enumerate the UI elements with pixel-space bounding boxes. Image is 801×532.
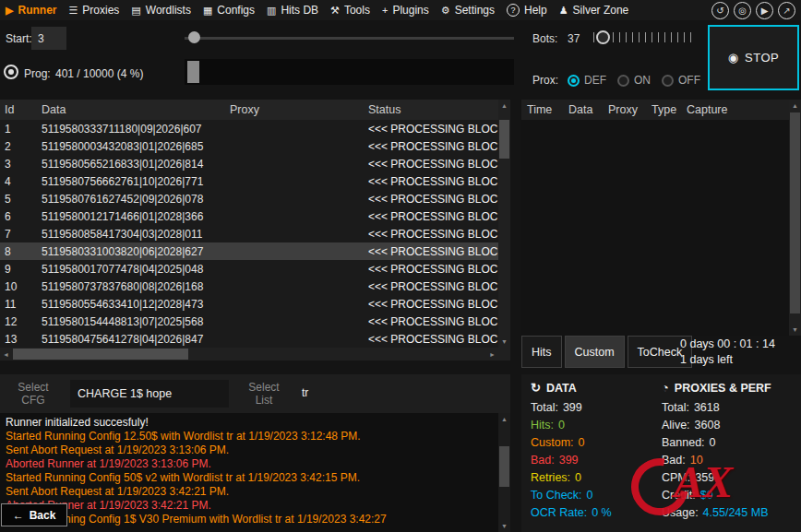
stat-label: Credit: (662, 487, 696, 504)
bots-slider[interactable] (593, 29, 693, 49)
stat-row: Total:399 (531, 399, 655, 417)
back-button[interactable]: ← Back (1, 503, 67, 526)
table-row[interactable]: 75119580858417304|03|2028|011<<< PROCESS… (0, 225, 498, 242)
slider-thumb[interactable] (188, 31, 200, 43)
log-area: Runner initialized succesfuly!Started Ru… (0, 413, 498, 532)
stat-value: 359 (695, 469, 714, 487)
table-row[interactable]: 105119580737837680|08|2026|168<<< PROCES… (0, 278, 498, 295)
proxies-stats-rows: Total:3618Alive:3608Banned:0Bad:10CPM:35… (662, 399, 800, 522)
stat-label: Bad: (531, 452, 555, 469)
hits-table: TimeDataProxyTypeCapture ▲ ▼ (521, 100, 801, 336)
scrollbar-thumb[interactable] (499, 446, 509, 487)
table-row[interactable]: 115119580554633410|12|2028|473<<< PROCES… (0, 295, 498, 313)
scrollbar-thumb[interactable] (13, 349, 188, 360)
wordlist-name: tr (302, 386, 308, 399)
slider-track (185, 37, 514, 40)
stat-value: $0 (700, 487, 713, 504)
proxies-stats-column: ◔ PROXIES & PERF Total:3618Alive:3608Ban… (662, 381, 800, 522)
scroll-down-arrow[interactable]: ▼ (789, 324, 801, 336)
log-line: Sent Abort Request at 1/19/2023 3:42:21 … (6, 485, 498, 499)
cell-data: 5119580858417304|03|2028|011 (42, 228, 230, 241)
table-row[interactable]: 35119580565216833|01|2026|814<<< PROCESS… (0, 155, 498, 172)
cell-id: 7 (5, 228, 42, 241)
radio-icon (662, 75, 674, 87)
config-name-input[interactable] (70, 380, 229, 408)
scroll-down-arrow[interactable]: ▼ (498, 520, 510, 532)
table-row[interactable]: 95119580017077478|04|2025|048<<< PROCESS… (0, 260, 498, 278)
log-line: Aborted Runner at 1/19/2023 3:42:21 PM. (6, 499, 498, 513)
scroll-right-arrow[interactable]: ► (486, 348, 498, 361)
menu-item-tools[interactable]: ⚒Tools (330, 4, 370, 17)
history-icon[interactable]: ↺ (711, 2, 729, 19)
cell-data: 5119580012171466|01|2028|366 (42, 210, 230, 223)
scrollbar-corner (498, 348, 510, 361)
cell-id: 4 (5, 175, 42, 188)
menu-item-hits-db[interactable]: ▥Hits DB (267, 4, 318, 17)
start-slider[interactable] (185, 30, 514, 45)
table-row[interactable]: 45119580756662761|10|2026|771<<< PROCESS… (0, 172, 498, 190)
hitsdb-icon: ▥ (267, 6, 276, 16)
menu-item-help[interactable]: ?Help (507, 4, 547, 17)
tab-custom[interactable]: Custom (565, 336, 625, 368)
stat-value: 4.55/245 MB (703, 504, 769, 522)
stat-row: Hits:0 (531, 417, 655, 434)
prox-option-off[interactable]: OFF (662, 74, 700, 87)
log-line: Started Running Config 12.50$ with Wordl… (6, 430, 498, 443)
start-input[interactable] (31, 27, 66, 50)
select-cfg-button[interactable]: Select CFG (0, 374, 66, 413)
tab-hits[interactable]: Hits (521, 336, 562, 368)
menubar: ▶Runner☰Proxies▤Wordlists▦Configs▥Hits D… (0, 0, 801, 20)
menu-item-settings[interactable]: ⚙Settings (441, 4, 495, 17)
runner-hscrollbar[interactable]: ◄ ► (0, 348, 498, 361)
cell-id: 6 (5, 210, 42, 223)
menu-item-plugins[interactable]: +Plugins (382, 4, 429, 17)
table-row[interactable]: 135119580475641278|04|2026|847<<< PROCES… (0, 330, 498, 348)
prox-option-def[interactable]: DEF (568, 74, 606, 87)
cell-status: <<< PROCESSING BLOC (368, 280, 498, 293)
table-row[interactable]: 125119580154448813|07|2025|568<<< PROCES… (0, 313, 498, 330)
scroll-left-arrow[interactable]: ◄ (0, 348, 12, 361)
progress-radio-icon[interactable] (4, 65, 18, 79)
hits-tabs-row: HitsCustomToCheck 0 days 00 : 01 : 14 1 … (521, 336, 801, 372)
stat-label: Usage: (662, 504, 699, 522)
table-row[interactable]: 55119580761627452|09|2026|078<<< PROCESS… (0, 190, 498, 207)
scroll-up-arrow[interactable]: ▲ (498, 413, 510, 425)
menu-item-silver-zone[interactable]: ♟Silver Zone (559, 4, 629, 17)
prox-options: DEFONOFF (568, 71, 700, 89)
column-header: Type (652, 103, 687, 116)
table-row[interactable]: 85119580331003820|06|2028|627<<< PROCESS… (0, 242, 498, 260)
log-vscrollbar[interactable]: ▲ ▼ (498, 413, 510, 532)
table-row[interactable]: 25119580003432083|01|2026|685<<< PROCESS… (0, 137, 498, 155)
menu-item-configs[interactable]: ▦Configs (203, 4, 255, 17)
table-row[interactable]: 65119580012171466|01|2028|366<<< PROCESS… (0, 207, 498, 225)
scroll-down-arrow[interactable]: ▼ (498, 336, 510, 348)
column-header: Time (527, 103, 568, 116)
column-header: Proxy (608, 103, 652, 116)
scroll-up-arrow[interactable]: ▲ (789, 100, 801, 112)
scroll-up-arrow[interactable]: ▲ (498, 100, 510, 112)
runner-vscrollbar[interactable]: ▲ ▼ (498, 100, 510, 348)
hits-vscrollbar[interactable]: ▲ ▼ (789, 100, 801, 336)
menu-item-label: Proxies (82, 4, 119, 17)
stat-value: 0 (579, 434, 585, 452)
stat-label: Banned: (662, 434, 705, 452)
share-icon[interactable]: ↗ (778, 2, 795, 19)
menu-item-proxies[interactable]: ☰Proxies (68, 4, 119, 17)
prox-option-label: ON (634, 74, 651, 87)
data-panel-header: ↻ DATA (531, 381, 655, 395)
column-header: Id (5, 103, 42, 116)
stat-value: 0 (575, 469, 581, 487)
select-list-button[interactable]: Select List (233, 374, 294, 413)
stop-button[interactable]: ◉ STOP (708, 25, 799, 90)
slider-thumb[interactable] (596, 30, 610, 44)
menu-item-wordlists[interactable]: ▤Wordlists (131, 4, 191, 17)
scrollbar-thumb[interactable] (790, 112, 800, 313)
menu-item-runner[interactable]: ▶Runner (6, 4, 56, 17)
table-row[interactable]: 15119580333711180|09|2026|607<<< PROCESS… (0, 120, 498, 137)
scrollbar-thumb[interactable] (499, 120, 509, 159)
video-icon[interactable]: ▶ (756, 2, 773, 19)
refresh-icon: ↻ (531, 381, 541, 395)
camera-icon[interactable]: ◎ (734, 2, 751, 19)
prox-option-on[interactable]: ON (617, 74, 651, 87)
start-row: Start: (0, 22, 520, 55)
